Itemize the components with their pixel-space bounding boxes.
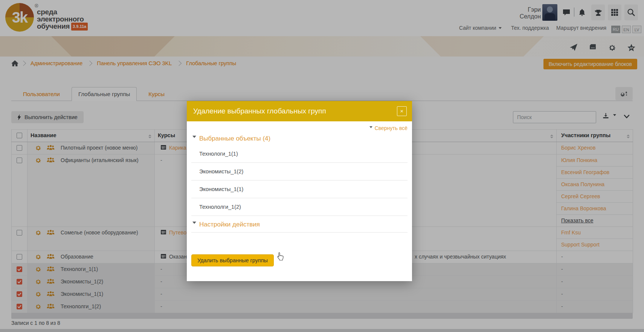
mouse-cursor-icon <box>276 252 285 261</box>
triangle-down-icon <box>369 126 372 130</box>
selected-objects-list: Технологи_1(1) Экономисты_1(2) Экономист… <box>191 145 407 216</box>
modal-body: Свернуть всё Выбранные объекты (4) Техно… <box>187 121 412 266</box>
collapse-all-link[interactable]: Свернуть всё <box>191 125 407 133</box>
delete-selected-groups-button[interactable]: Удалить выбранные группы <box>191 254 274 266</box>
selected-object-item: Технологи_1(1) <box>191 145 407 163</box>
selected-objects-section-header[interactable]: Выбранные объекты (4) <box>191 133 407 144</box>
action-settings-section-header[interactable]: Настройки действия <box>191 219 407 233</box>
selected-object-item: Экономисты_1(1) <box>191 181 407 198</box>
selected-object-item: Технололги_1(2) <box>191 198 407 216</box>
modal-header: Удаление выбранных глобальных групп × <box>187 101 412 121</box>
selected-object-item: Экономисты_1(2) <box>191 163 407 181</box>
modal-title: Удаление выбранных глобальных групп <box>187 107 326 115</box>
triangle-down-icon <box>192 222 196 226</box>
delete-groups-modal: Удаление выбранных глобальных групп × Св… <box>187 101 412 281</box>
triangle-down-icon <box>192 136 196 140</box>
close-icon[interactable]: × <box>397 106 407 116</box>
page: 3k ® среда электронного обучения3.9.11a … <box>0 0 644 332</box>
